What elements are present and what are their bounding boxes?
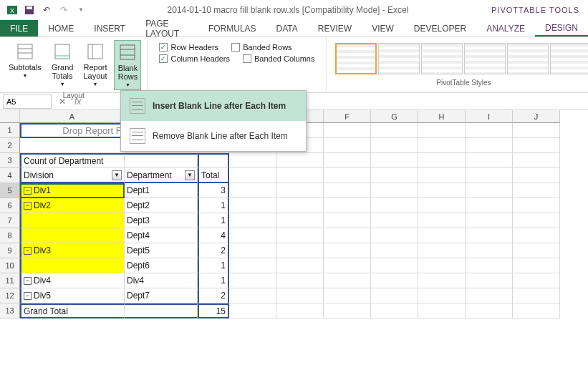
- collapse-icon[interactable]: −: [24, 277, 32, 285]
- column-header[interactable]: J: [513, 110, 560, 123]
- row-header[interactable]: 9: [0, 243, 20, 258]
- cell[interactable]: [229, 168, 276, 183]
- cell[interactable]: [324, 258, 371, 273]
- division-cell[interactable]: −Div3: [20, 243, 125, 258]
- cell[interactable]: [466, 123, 513, 138]
- cell[interactable]: [324, 243, 371, 258]
- cell[interactable]: [513, 213, 560, 228]
- column-header[interactable]: F: [324, 110, 371, 123]
- redo-icon[interactable]: ↷: [57, 4, 70, 16]
- cell[interactable]: [371, 123, 418, 138]
- tab-design[interactable]: DESIGN: [535, 20, 588, 36]
- cell[interactable]: [513, 288, 560, 303]
- cell[interactable]: [513, 243, 560, 258]
- filter-dropdown-icon[interactable]: ▼: [112, 170, 122, 180]
- row-header[interactable]: 12: [0, 288, 20, 303]
- cell[interactable]: [229, 228, 276, 243]
- style-thumb[interactable]: [464, 43, 506, 74]
- row-header[interactable]: 6: [0, 198, 20, 213]
- department-cell[interactable]: Dept2: [125, 198, 198, 213]
- cell[interactable]: [324, 153, 371, 168]
- cell[interactable]: [324, 213, 371, 228]
- division-cell[interactable]: −Div4: [20, 273, 125, 288]
- tab-home[interactable]: HOME: [38, 20, 84, 36]
- collapse-icon[interactable]: −: [24, 202, 32, 210]
- cell[interactable]: [418, 228, 466, 243]
- row-headers-checkbox[interactable]: Row Headers: [159, 43, 218, 52]
- filter-dropdown-icon[interactable]: ▼: [185, 170, 195, 180]
- cell[interactable]: [276, 303, 324, 318]
- row-header[interactable]: 1: [0, 123, 20, 138]
- row-header[interactable]: 10: [0, 258, 20, 273]
- cell[interactable]: [371, 273, 418, 288]
- department-cell[interactable]: Dept4: [125, 228, 198, 243]
- cell[interactable]: [513, 153, 560, 168]
- department-cell[interactable]: Div4: [125, 273, 198, 288]
- row-header[interactable]: 4: [0, 168, 20, 183]
- cell[interactable]: [466, 168, 513, 183]
- tab-review[interactable]: REVIEW: [308, 20, 362, 36]
- cell[interactable]: [20, 138, 125, 153]
- cell[interactable]: [276, 168, 324, 183]
- cell[interactable]: [466, 183, 513, 198]
- cell[interactable]: [371, 243, 418, 258]
- cell[interactable]: [371, 213, 418, 228]
- cell[interactable]: [371, 168, 418, 183]
- tab-formulas[interactable]: FORMULAS: [198, 20, 266, 36]
- row-header[interactable]: 7: [0, 213, 20, 228]
- cell[interactable]: [513, 258, 560, 273]
- division-cell[interactable]: −Div5: [20, 288, 125, 303]
- division-field-header[interactable]: Division▼: [20, 168, 125, 183]
- cell[interactable]: [229, 288, 276, 303]
- row-header[interactable]: 13: [0, 303, 20, 318]
- tab-insert[interactable]: INSERT: [84, 20, 135, 36]
- value-cell[interactable]: 1: [198, 258, 229, 273]
- cell[interactable]: [418, 138, 466, 153]
- department-cell[interactable]: Dept3: [125, 213, 198, 228]
- style-thumb[interactable]: [335, 43, 377, 74]
- cell[interactable]: [418, 123, 466, 138]
- value-cell[interactable]: 4: [198, 228, 229, 243]
- row-header[interactable]: 2: [0, 138, 20, 153]
- select-all-corner[interactable]: [0, 110, 20, 123]
- blank-rows-button[interactable]: Blank Rows▼: [114, 40, 141, 90]
- cell[interactable]: [371, 228, 418, 243]
- cell[interactable]: [513, 123, 560, 138]
- cell[interactable]: [198, 153, 229, 168]
- cell[interactable]: [229, 213, 276, 228]
- value-cell[interactable]: 1: [198, 213, 229, 228]
- cell[interactable]: [324, 303, 371, 318]
- tab-developer[interactable]: DEVELOPER: [404, 20, 476, 36]
- value-cell[interactable]: 1: [198, 273, 229, 288]
- row-header[interactable]: 3: [0, 153, 20, 168]
- qat-dropdown-icon[interactable]: ▼: [74, 4, 87, 16]
- cell[interactable]: [418, 168, 466, 183]
- cell[interactable]: [371, 138, 418, 153]
- cell[interactable]: [229, 183, 276, 198]
- style-thumb[interactable]: [378, 43, 420, 74]
- row-header[interactable]: 5: [0, 183, 20, 198]
- tab-analyze[interactable]: ANALYZE: [476, 20, 535, 36]
- department-cell[interactable]: Dept6: [125, 258, 198, 273]
- cell[interactable]: [466, 258, 513, 273]
- division-cell[interactable]: −Div1: [20, 183, 125, 198]
- cell[interactable]: [418, 258, 466, 273]
- cell[interactable]: [418, 303, 466, 318]
- cell[interactable]: [324, 273, 371, 288]
- report-layout-button[interactable]: Report Layout▼: [80, 40, 110, 90]
- cell[interactable]: [513, 138, 560, 153]
- cell[interactable]: [371, 198, 418, 213]
- styles-gallery[interactable]: [332, 40, 588, 77]
- collapse-icon[interactable]: −: [24, 247, 32, 255]
- cell[interactable]: [466, 138, 513, 153]
- cell[interactable]: [513, 273, 560, 288]
- cell[interactable]: [513, 198, 560, 213]
- cell[interactable]: [276, 198, 324, 213]
- cell[interactable]: [466, 273, 513, 288]
- collapse-icon[interactable]: −: [24, 292, 32, 300]
- cell[interactable]: [513, 168, 560, 183]
- cell[interactable]: [418, 243, 466, 258]
- row-header[interactable]: 11: [0, 273, 20, 288]
- cell[interactable]: [276, 243, 324, 258]
- total-header-cell[interactable]: Total: [198, 168, 229, 183]
